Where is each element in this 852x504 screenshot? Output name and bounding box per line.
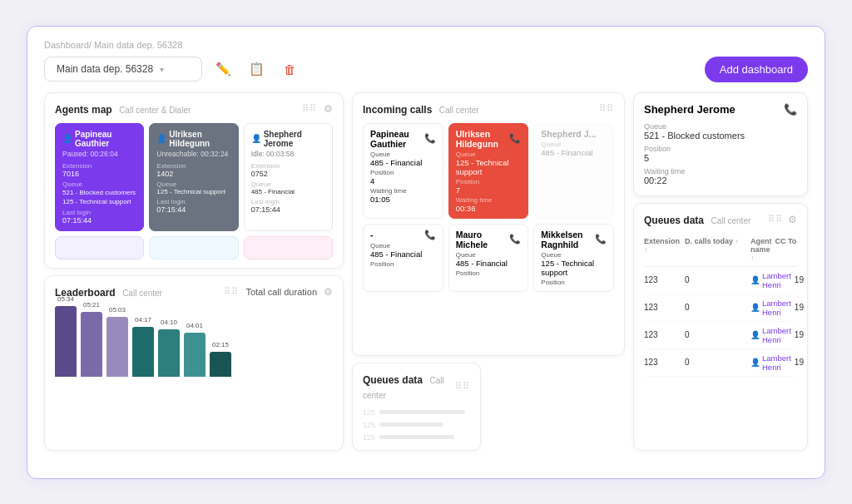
agent-icon: 👤 — [750, 303, 760, 312]
bar-7: 02:15 — [210, 341, 231, 377]
ic-ghost: Shepherd J... Queue 485 - Financial — [533, 123, 614, 219]
login-value: 07:15:44 — [62, 216, 136, 225]
incoming-calls-row1: Papineau Gauthier 📞 Queue 485 - Financia… — [363, 123, 614, 219]
agent-status: Unreachable: 00:32:24 — [156, 150, 230, 158]
agent-card-papineau: 👤 Papineau Gauthier Paused: 00:26:04 Ext… — [55, 123, 144, 231]
leaderboard-settings-icon[interactable]: ⚙ — [324, 286, 333, 298]
cell-cc: 19 — [795, 358, 808, 367]
queue-label: Queue — [62, 180, 136, 188]
incoming-calls-title: Incoming calls — [363, 104, 432, 116]
table-row: 123 0 👤 Lambert Henri 19 — [644, 267, 797, 294]
ghost-agent-row — [55, 236, 333, 259]
leaderboard-header: Leaderboard Call center ⠿⠿ Total call du… — [55, 284, 333, 299]
queue-value: 521 - Blocked customers125 - Technical s… — [62, 188, 136, 206]
ic-ulriksen: Ulriksen Hildegunn 📞 Queue 125 - Technic… — [448, 123, 529, 219]
drag-handle-icon[interactable]: ⠿⠿ — [599, 103, 614, 114]
agent-card-shepherd: 👤 Shepherd Jerome Idle: 00:03:58 Extensi… — [244, 123, 333, 231]
leaderboard-subtitle: Call center — [122, 289, 162, 298]
ic-dash: - 📞 Queue 485 - Financial Position — [363, 224, 443, 292]
user-icon: 👤 — [156, 134, 166, 143]
chevron-down-icon: ▾ — [160, 65, 164, 74]
queues-settings-icon[interactable]: ⚙ — [788, 214, 797, 225]
agents-map-widget: Agents map Call center & Dialer ⠿⠿ ⚙ 👤 — [44, 92, 344, 269]
bar-rect-1 — [55, 306, 77, 377]
cell-extension: 123 — [644, 358, 681, 367]
copy-button[interactable]: 📋 — [244, 57, 269, 82]
queue-label: Queue — [644, 122, 797, 131]
bar-4: 04:17 — [132, 316, 154, 377]
queue-value: 521 - Blocked customers — [644, 131, 797, 141]
table-row: 123 0 👤 Lambert Henri 19 — [644, 322, 797, 349]
login-label: Last login — [62, 209, 136, 216]
shepherd-card: Shepherd Jerome 📞 Queue 521 - Blocked cu… — [633, 92, 808, 196]
settings-icon[interactable]: ⚙ — [324, 103, 333, 115]
bar-rect-3 — [106, 317, 128, 377]
total-call-label: Total call duration — [245, 287, 317, 297]
agent-status: Idle: 00:03:58 — [251, 150, 325, 158]
bar-1: 05:34 — [55, 295, 77, 377]
agents-map-title-group: Agents map Call center & Dialer — [55, 101, 191, 116]
position-label: Position — [644, 145, 797, 153]
phone-icon: 📞 — [595, 234, 607, 245]
agents-map-title: Agents map — [55, 104, 112, 116]
agents-map-header: Agents map Call center & Dialer ⠿⠿ ⚙ — [55, 101, 333, 116]
ic-mauro: Mauro Michele 📞 Queue 485 - Financial Po… — [448, 224, 529, 292]
cell-cc: 19 — [795, 330, 808, 339]
col-cc: CC To — [775, 237, 805, 262]
col-extension[interactable]: Extension ↑ — [644, 237, 681, 262]
cell-agent[interactable]: 👤 Lambert Henri — [750, 271, 791, 289]
bar-2: 05:21 — [81, 301, 102, 377]
queues-data-widget: Queues data Call center ⠿⠿ ⚙ Extension ↑… — [633, 203, 808, 451]
drag-handle-icon[interactable]: ⠿⠿ — [302, 103, 317, 114]
bar-rect-2 — [81, 312, 102, 377]
drag-handle-icon[interactable]: ⠿⠿ — [455, 381, 470, 392]
ext-value: 7016 — [62, 170, 136, 178]
queues-data-subtitle: Call center — [711, 216, 750, 225]
add-dashboard-button[interactable]: Add dashboard — [705, 57, 808, 82]
ext-label: Extension — [62, 162, 136, 170]
phone-icon: 📞 — [784, 103, 797, 116]
incoming-calls-widget: Incoming calls Call center ⠿⠿ Papineau G… — [352, 92, 625, 356]
col-d-calls[interactable]: D. calls today ↑ — [685, 237, 747, 262]
col-agent-name[interactable]: Agent name ↑ — [750, 237, 772, 262]
incoming-calls-subtitle: Call center — [439, 106, 479, 115]
cell-d-calls: 0 — [685, 330, 747, 339]
agent-name: 👤 Shepherd Jerome — [251, 130, 325, 148]
cell-d-calls: 0 — [685, 275, 747, 284]
bar-rect-7 — [210, 352, 231, 377]
bar-6: 04:01 — [184, 322, 206, 377]
agent-name: 👤 Papineau Gauthier — [62, 130, 136, 148]
delete-button[interactable]: 🗑 — [277, 57, 302, 82]
edit-button[interactable]: ✏️ — [211, 57, 235, 82]
queues-data-title: Queues data — [644, 215, 704, 226]
dashboard-select[interactable]: Main data dep. 56328 ▾ — [44, 57, 202, 82]
phone-icon: 📞 — [509, 133, 521, 144]
cell-cc: 19 — [795, 303, 808, 312]
incoming-calls-row2: - 📞 Queue 485 - Financial Position Mauro… — [363, 224, 614, 292]
phone-icon: 📞 — [424, 230, 436, 240]
cell-agent[interactable]: 👤 Lambert Henri — [750, 299, 791, 317]
agent-icon: 👤 — [750, 330, 760, 339]
ghost-chip-3 — [244, 236, 333, 259]
cell-agent[interactable]: 👤 Lambert Henri — [750, 326, 791, 344]
bar-rect-6 — [184, 333, 206, 377]
incoming-calls-header: Incoming calls Call center ⠿⠿ — [363, 101, 614, 116]
agents-map-subtitle: Call center & Dialer — [119, 106, 191, 115]
agents-cards-grid: 👤 Papineau Gauthier Paused: 00:26:04 Ext… — [55, 123, 333, 231]
agent-icon: 👤 — [750, 358, 760, 367]
agent-icon: 👤 — [750, 275, 760, 284]
ghost-chip-1 — [55, 236, 144, 259]
drag-handle-icon[interactable]: ⠿⠿ — [224, 286, 239, 297]
cell-extension: 123 — [644, 275, 681, 284]
chart-bars: 05:34 05:21 05:03 04:17 — [55, 306, 333, 377]
bar-3: 05:03 — [106, 306, 128, 377]
drag-handle-icon[interactable]: ⠿⠿ — [768, 214, 783, 225]
cell-agent[interactable]: 👤 Lambert Henri — [750, 353, 791, 372]
table-header: Extension ↑ D. calls today ↑ Agent name … — [644, 234, 797, 267]
user-icon: 👤 — [62, 134, 72, 143]
bar-5: 04:10 — [158, 319, 180, 377]
bar-rect-5 — [158, 329, 180, 377]
phone-icon: 📞 — [509, 234, 521, 245]
cell-d-calls: 0 — [685, 358, 747, 367]
header-bar: Main data dep. 56328 ▾ ✏️ 📋 🗑 Add dashbo… — [44, 57, 808, 82]
